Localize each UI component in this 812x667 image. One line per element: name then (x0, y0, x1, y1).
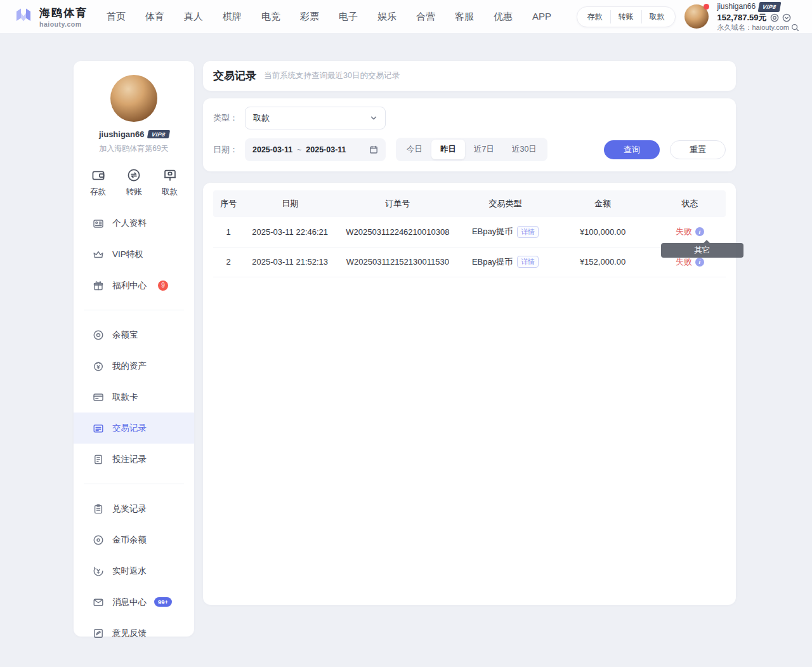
cell-type: EBpay提币 详情 (459, 217, 551, 247)
cell-no: 1 (213, 217, 244, 247)
topbar-user-meta: jiushigan66 VIP8 152,787.59元 永久域名：haiout… (717, 2, 800, 32)
nav-item-live[interactable]: 真人 (184, 11, 203, 23)
toggle-balance-icon[interactable] (770, 13, 779, 22)
header-order: 订单号 (336, 190, 459, 217)
withdraw-button[interactable]: 取款 (641, 10, 672, 23)
nav-item-lottery[interactable]: 彩票 (300, 11, 319, 23)
permanent-domain: 永久域名：haiouty.com (717, 23, 790, 32)
nav-item-home[interactable]: 首页 (107, 11, 126, 23)
range-30days-button[interactable]: 近30日 (503, 140, 546, 159)
date-to-value: 2025-03-11 (306, 145, 346, 154)
range-yesterday-button[interactable]: 昨日 (431, 140, 465, 159)
header-status: 状态 (654, 190, 726, 217)
profile-username: jiushigan66 (99, 129, 145, 139)
bet-records-icon (93, 454, 104, 465)
nav-item-entertainment[interactable]: 娱乐 (377, 11, 396, 23)
nav-item-affiliate[interactable]: 合营 (416, 11, 435, 23)
search-icon[interactable] (791, 23, 799, 32)
wallet-icon (91, 168, 105, 182)
calendar-icon (369, 145, 378, 154)
cell-type: EBpay提币 详情 (459, 247, 551, 277)
profile-vip-badge: VIP8 (147, 130, 169, 138)
vip-badge: VIP8 (758, 2, 781, 12)
status-text: 失败 (676, 256, 692, 268)
sidebar-item-assets[interactable]: 我的资产 (74, 350, 194, 381)
notification-dot (704, 4, 709, 10)
deposit-button[interactable]: 存款 (580, 10, 610, 23)
sidebar-item-messages[interactable]: 消息中心 99+ (74, 586, 194, 617)
sidebar-item-feedback[interactable]: 意见反馈 (74, 617, 194, 649)
type-select[interactable]: 取款 (245, 107, 386, 129)
redeem-icon (93, 503, 104, 515)
range-7days-button[interactable]: 近7日 (465, 140, 503, 159)
profile-section: jiushigan66 VIP8 加入海鸥体育第69天 (74, 75, 194, 154)
sidebar-item-bet-records[interactable]: 投注记录 (74, 444, 194, 475)
status-tooltip: 其它 (661, 243, 743, 258)
nav-item-esports[interactable]: 电竞 (261, 11, 280, 23)
nav-item-chess[interactable]: 棋牌 (223, 11, 242, 23)
table-row: 1 2025-03-11 22:46:21 W20250311224621001… (213, 217, 726, 247)
date-from-value: 2025-03-11 (252, 145, 292, 154)
sidebar-item-withdraw-card[interactable]: 取款卡 (74, 381, 194, 413)
brand-logo[interactable]: 海鸥体育 haiouty.com (13, 6, 88, 28)
nav-item-sports[interactable]: 体育 (145, 11, 164, 23)
nav-item-service[interactable]: 客服 (455, 11, 474, 23)
sidebar-transfer-button[interactable]: 转账 (126, 168, 142, 197)
detail-link[interactable]: 详情 (517, 256, 539, 268)
page-header-card: 交易记录 当前系统支持查询最近30日的交易记录 (203, 61, 736, 91)
nav-item-promo[interactable]: 优惠 (494, 11, 513, 23)
sidebar-item-profile[interactable]: 个人资料 (74, 208, 194, 239)
transfer-icon (127, 168, 141, 182)
sidebar: jiushigan66 VIP8 加入海鸥体育第69天 存款 转账 (74, 61, 194, 637)
transactions-table-card: 序号 日期 订单号 交易类型 金额 状态 1 2025-03-11 22:46:… (203, 183, 736, 605)
benefits-badge: 9 (158, 281, 168, 291)
search-button[interactable]: 查询 (604, 140, 660, 159)
info-icon[interactable]: i (695, 227, 704, 236)
sidebar-item-benefits[interactable]: 福利中心 9 (74, 270, 194, 301)
sidebar-group-account: 个人资料 VIP特权 福利中心 9 (74, 204, 194, 305)
chevron-down-icon (370, 114, 377, 122)
cell-date: 2025-03-11 21:52:13 (244, 247, 336, 277)
assets-icon (93, 360, 104, 372)
table-header-row: 序号 日期 订单号 交易类型 金额 状态 (213, 190, 726, 217)
transactions-icon (93, 423, 104, 434)
info-icon[interactable]: i (695, 258, 704, 267)
message-icon (93, 597, 104, 608)
chevron-down-circle-icon[interactable] (782, 13, 791, 22)
balance: 152,787.59元 (717, 13, 767, 22)
range-today-button[interactable]: 今日 (398, 140, 431, 159)
sidebar-item-rebate[interactable]: 实时返水 (74, 555, 194, 586)
header-date: 日期 (244, 190, 336, 217)
quick-range-group: 今日 昨日 近7日 近30日 (396, 138, 547, 161)
sidebar-item-yuebao[interactable]: 余额宝 (74, 319, 194, 350)
nav-item-slots[interactable]: 电子 (339, 11, 358, 23)
sidebar-item-vip[interactable]: VIP特权 (74, 239, 194, 270)
cell-order: W202503112246210010308 (336, 217, 459, 247)
date-range-input[interactable]: 2025-03-11 ~ 2025-03-11 (245, 138, 386, 161)
date-filter-label: 日期： (213, 144, 236, 155)
topbar-quick-actions: 存款 转账 取款 (577, 6, 676, 27)
gold-coin-icon (93, 534, 104, 546)
sidebar-item-gold-balance[interactable]: 金币余额 (74, 524, 194, 555)
sidebar-item-redeem-records[interactable]: 兑奖记录 (74, 493, 194, 524)
reset-button[interactable]: 重置 (670, 140, 726, 159)
detail-link[interactable]: 详情 (517, 226, 539, 238)
status-text: 失败 (676, 226, 692, 237)
sidebar-quick-actions: 存款 转账 取款 (74, 168, 194, 197)
table-row: 2 2025-03-11 21:52:13 W20250311215213001… (213, 247, 726, 277)
sidebar-deposit-button[interactable]: 存款 (90, 168, 106, 197)
filter-card: 类型： 取款 日期： 2025-03-11 ~ 2025-03-11 (203, 98, 736, 171)
brand-domain: haiouty.com (39, 20, 88, 28)
topbar-right: 存款 转账 取款 jiushigan66 VIP8 152,787.59元 (577, 2, 800, 32)
transfer-button[interactable]: 转账 (610, 10, 641, 23)
page-body: jiushigan66 VIP8 加入海鸥体育第69天 存款 转账 (0, 33, 812, 637)
topbar: 海鸥体育 haiouty.com 首页 体育 真人 棋牌 电竞 彩票 电子 娱乐… (0, 0, 812, 33)
sidebar-item-transactions[interactable]: 交易记录 (74, 413, 194, 444)
topbar-avatar[interactable] (684, 4, 709, 29)
id-card-icon (93, 218, 104, 229)
date-separator: ~ (297, 145, 301, 154)
nav-item-app[interactable]: APP (532, 11, 551, 23)
feedback-icon (93, 628, 104, 639)
cell-no: 2 (213, 247, 244, 277)
sidebar-withdraw-button[interactable]: 取款 (162, 168, 178, 197)
